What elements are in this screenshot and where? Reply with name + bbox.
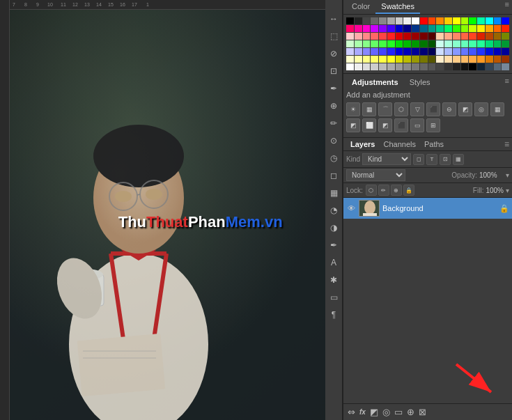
swatch-cell[interactable]: [387, 56, 395, 63]
footer-fx-btn[interactable]: fx: [359, 408, 366, 416]
swatch-cell[interactable]: [346, 40, 354, 47]
swatch-cell[interactable]: [486, 40, 493, 47]
tab-paths[interactable]: Paths: [420, 138, 448, 150]
swatch-cell[interactable]: [403, 25, 411, 32]
swatch-cell[interactable]: [502, 63, 509, 70]
swatch-cell[interactable]: [502, 56, 509, 63]
layers-filter-type[interactable]: ⊡: [440, 154, 451, 165]
swatch-cell[interactable]: [502, 17, 509, 24]
swatch-cell[interactable]: [412, 48, 419, 55]
swatch-cell[interactable]: [396, 40, 403, 47]
tool-eraser[interactable]: ◻: [326, 168, 341, 183]
footer-delete-btn[interactable]: ⊠: [419, 407, 426, 417]
swatch-cell[interactable]: [494, 33, 502, 40]
swatch-cell[interactable]: [486, 17, 493, 24]
swatch-cell[interactable]: [461, 33, 469, 40]
swatch-cell[interactable]: [453, 33, 460, 40]
swatch-cell[interactable]: [444, 17, 452, 24]
swatch-cell[interactable]: [486, 56, 493, 63]
swatch-cell[interactable]: [371, 33, 378, 40]
adj-btn-colorbalance[interactable]: ⊖: [442, 102, 456, 116]
swatch-cell[interactable]: [436, 56, 444, 63]
swatch-cell[interactable]: [363, 63, 371, 70]
tool-blur[interactable]: ◔: [326, 203, 341, 218]
swatch-cell[interactable]: [494, 56, 502, 63]
adj-btn-vibrance[interactable]: ▽: [410, 102, 424, 116]
tool-para[interactable]: ¶: [326, 307, 341, 322]
swatch-cell[interactable]: [420, 40, 428, 47]
swatch-cell[interactable]: [461, 56, 469, 63]
swatch-cell[interactable]: [412, 25, 419, 32]
tool-crop[interactable]: ⊡: [326, 63, 341, 79]
adj-btn-posterize[interactable]: ◩: [346, 118, 360, 132]
swatch-cell[interactable]: [420, 48, 428, 55]
swatch-cell[interactable]: [396, 63, 403, 70]
swatch-cell[interactable]: [486, 63, 493, 70]
adj-btn-photo[interactable]: ◎: [474, 102, 488, 116]
adj-btn-selectivecolor[interactable]: ◩: [378, 118, 392, 132]
swatch-cell[interactable]: [363, 48, 371, 55]
swatch-cell[interactable]: [461, 63, 469, 70]
swatch-cell[interactable]: [428, 40, 436, 47]
tool-select[interactable]: ⬚: [326, 29, 341, 44]
tool-brush[interactable]: ✏: [326, 116, 341, 131]
swatch-cell[interactable]: [346, 25, 354, 32]
swatch-cell[interactable]: [436, 17, 444, 24]
tab-styles[interactable]: Styles: [404, 77, 436, 88]
swatch-cell[interactable]: [379, 63, 387, 70]
tool-heal[interactable]: ⊕: [326, 98, 341, 114]
tool-gradient[interactable]: ▦: [326, 185, 341, 201]
swatch-cell[interactable]: [494, 48, 502, 55]
swatch-cell[interactable]: [355, 56, 362, 63]
swatch-cell[interactable]: [494, 17, 502, 24]
swatch-cell[interactable]: [453, 63, 460, 70]
adj-btn-invert[interactable]: ⬛: [394, 118, 408, 132]
tool-path[interactable]: ✱: [326, 272, 341, 288]
swatch-cell[interactable]: [403, 17, 411, 24]
swatch-cell[interactable]: [420, 25, 428, 32]
swatch-cell[interactable]: [444, 63, 452, 70]
swatch-cell[interactable]: [412, 63, 419, 70]
swatch-cell[interactable]: [436, 40, 444, 47]
swatch-cell[interactable]: [420, 17, 428, 24]
swatch-cell[interactable]: [502, 40, 509, 47]
footer-mask-btn[interactable]: ◩: [370, 407, 378, 417]
swatch-cell[interactable]: [355, 63, 362, 70]
adj-btn-exposure[interactable]: ⬡: [394, 102, 408, 116]
lock-transparent[interactable]: ⬡: [366, 185, 377, 196]
swatch-cell[interactable]: [469, 17, 476, 24]
swatch-cell[interactable]: [387, 40, 395, 47]
swatch-cell[interactable]: [486, 25, 493, 32]
adj-btn-threshold[interactable]: ⬜: [362, 118, 376, 132]
swatch-cell[interactable]: [502, 25, 509, 32]
adj-btn-brightness[interactable]: ☀: [346, 102, 360, 116]
swatch-cell[interactable]: [379, 33, 387, 40]
swatch-cell[interactable]: [428, 63, 436, 70]
swatch-cell[interactable]: [477, 48, 485, 55]
swatch-cell[interactable]: [387, 33, 395, 40]
swatch-cell[interactable]: [379, 56, 387, 63]
swatch-cell[interactable]: [346, 48, 354, 55]
adj-btn-pattern[interactable]: ⊞: [426, 118, 440, 132]
swatches-options-icon[interactable]: ≡: [505, 0, 509, 14]
swatch-cell[interactable]: [363, 25, 371, 32]
swatch-cell[interactable]: [428, 48, 436, 55]
tab-color[interactable]: Color: [346, 0, 375, 14]
swatch-cell[interactable]: [379, 17, 387, 24]
footer-link-btn[interactable]: ⇔: [348, 407, 355, 417]
swatch-cell[interactable]: [486, 48, 493, 55]
tool-history[interactable]: ◷: [326, 150, 341, 166]
swatch-cell[interactable]: [428, 17, 436, 24]
swatch-cell[interactable]: [412, 40, 419, 47]
swatch-cell[interactable]: [346, 33, 354, 40]
opacity-arrow[interactable]: ▾: [506, 171, 509, 179]
adj-btn-gradient[interactable]: ▦: [490, 102, 504, 116]
footer-adj-btn[interactable]: ◎: [382, 407, 390, 417]
swatch-cell[interactable]: [453, 17, 460, 24]
swatch-cell[interactable]: [387, 17, 395, 24]
adj-options-icon[interactable]: ≡: [505, 77, 509, 88]
swatch-cell[interactable]: [420, 33, 428, 40]
footer-new-btn[interactable]: ⊕: [407, 407, 414, 417]
tool-lasso[interactable]: ⊘: [326, 46, 341, 61]
swatch-cell[interactable]: [453, 25, 460, 32]
